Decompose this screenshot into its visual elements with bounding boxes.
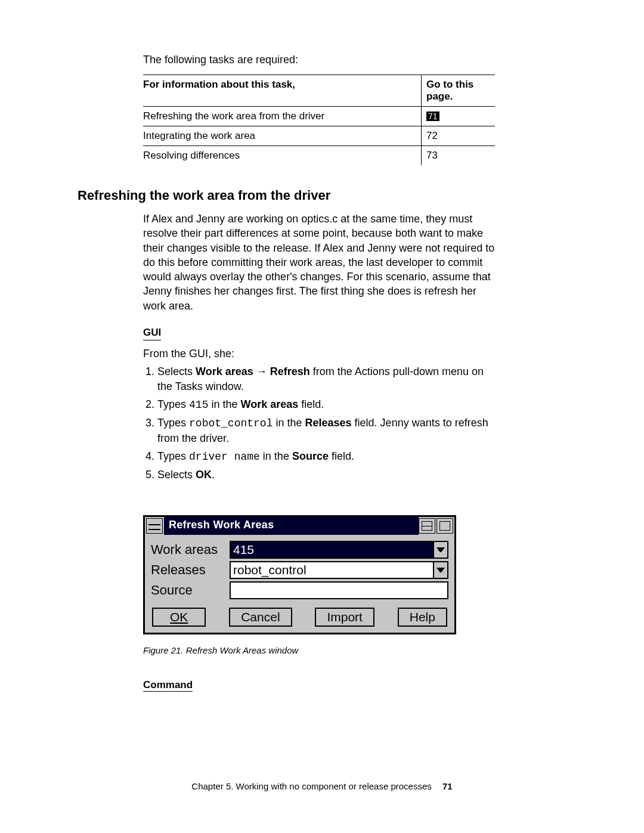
list-item: Types driver name in the Source field. (157, 449, 495, 464)
steps-list: Selects Work areas → Refresh from the Ac… (143, 364, 495, 482)
table-row: Resolving differences 73 (143, 146, 495, 166)
table-header-task: For information about this task, (143, 75, 422, 107)
table-row: Refreshing the work area from the driver… (143, 107, 495, 126)
figure-caption: Figure 21. Refresh Work Areas window (143, 645, 456, 655)
table-header-page: Go to this page. (422, 75, 496, 107)
source-field[interactable] (230, 581, 448, 599)
list-item: Types robot_control in the Releases fiel… (157, 416, 495, 445)
minimize-icon[interactable] (419, 518, 435, 534)
list-item: Selects Work areas → Refresh from the Ac… (157, 364, 495, 394)
releases-input[interactable]: robot_control (230, 561, 433, 579)
gui-lead: From the GUI, she: (143, 346, 495, 361)
page: The following tasks are required: For in… (0, 0, 644, 833)
releases-field[interactable]: robot_control (230, 561, 448, 579)
titlebar: Refresh Work Areas (145, 517, 454, 535)
table-row: Integrating the work area 72 (143, 126, 495, 146)
dialog-body: Work areas 415 Releases robot_control So… (145, 535, 454, 633)
section-heading: Refreshing the work area from the driver (78, 188, 495, 203)
figure-wrap: Refresh Work Areas Work areas 415 Releas… (143, 515, 456, 698)
task-cell: Refreshing the work area from the driver (143, 107, 422, 126)
page-link[interactable]: 71 (426, 112, 439, 121)
dropdown-icon[interactable] (433, 541, 448, 559)
page-cell: 73 (422, 146, 496, 166)
source-input[interactable] (230, 581, 448, 599)
workareas-label: Work areas (151, 542, 230, 558)
page-cell: 71 (422, 107, 496, 126)
system-menu-icon[interactable] (146, 518, 163, 534)
page-footer: Chapter 5. Working with no component or … (0, 781, 644, 791)
refresh-work-areas-dialog: Refresh Work Areas Work areas 415 Releas… (143, 515, 456, 634)
workareas-input[interactable]: 415 (230, 541, 433, 559)
footer-chapter: Chapter 5. Working with no component or … (191, 781, 431, 791)
list-item: Types 415 in the Work areas field. (157, 397, 495, 412)
subheading-command: Command (143, 679, 193, 692)
task-cell: Resolving differences (143, 146, 422, 166)
cancel-button[interactable]: Cancel (229, 608, 292, 627)
intro-text: The following tasks are required: (143, 54, 566, 66)
import-button[interactable]: Import (315, 608, 374, 627)
ok-button[interactable]: OK (152, 608, 206, 627)
subheading-gui: GUI (143, 326, 161, 340)
source-label: Source (151, 583, 230, 598)
footer-page-number: 71 (442, 781, 453, 791)
button-row: OK Cancel Import Help (151, 608, 448, 627)
body-column: If Alex and Jenny are working on optics.… (143, 212, 495, 482)
workareas-field[interactable]: 415 (230, 541, 448, 559)
tasks-table: For information about this task, Go to t… (143, 75, 495, 165)
help-button[interactable]: Help (398, 608, 447, 627)
dialog-title: Refresh Work Areas (164, 517, 419, 535)
dropdown-icon[interactable] (433, 561, 448, 579)
maximize-icon[interactable] (436, 518, 453, 534)
paragraph: If Alex and Jenny are working on optics.… (143, 212, 495, 313)
page-cell: 72 (422, 126, 496, 146)
releases-label: Releases (151, 562, 230, 578)
task-cell: Integrating the work area (143, 126, 422, 146)
list-item: Selects OK. (157, 467, 495, 482)
